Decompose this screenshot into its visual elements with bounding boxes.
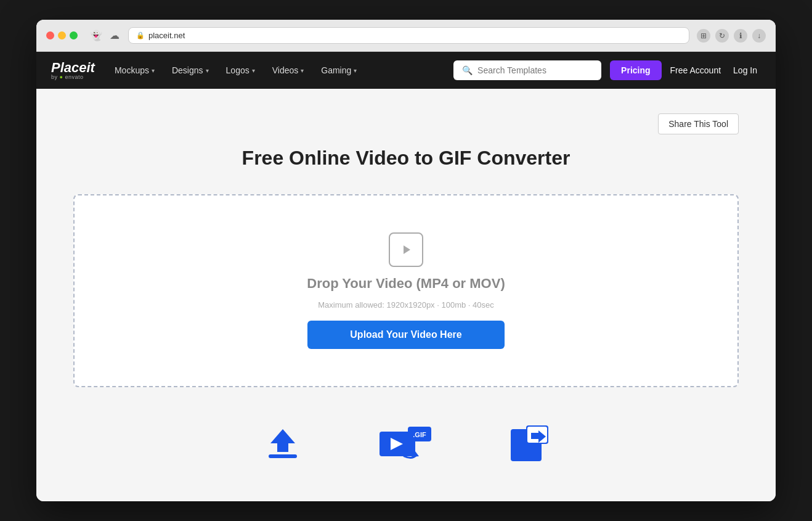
share-this-tool-button[interactable]: Share This Tool [658,113,739,134]
close-button[interactable] [46,31,54,39]
chevron-down-icon: ▾ [354,67,357,74]
refresh-icon[interactable]: ↻ [715,29,729,43]
ghost-icon: 👻 [90,30,102,42]
logo-text: Placeit [51,61,95,75]
download-icon[interactable]: ↓ [752,29,766,43]
browser-icons-right: ⊞ ↻ ℹ ↓ [697,29,766,43]
url-text: placeit.net [148,31,185,40]
max-allowed-text: Maximum allowed: 1920x1920px · 100mb · 4… [318,300,493,310]
video-play-icon [389,232,423,267]
free-account-button[interactable]: Free Account [664,65,728,75]
upload-zone[interactable]: Drop Your Video (MP4 or MOV) Maximum all… [73,194,739,387]
pricing-button[interactable]: Pricing [610,60,661,80]
browser-window: 👻 ☁ 🔒 placeit.net ⊞ ↻ ℹ ↓ Placeit by ● e… [36,20,776,501]
nav-mockups[interactable]: Mockups ▾ [107,52,162,89]
share-icon-item [508,424,551,464]
nav-videos[interactable]: Videos ▾ [265,52,312,89]
convert-icon: .GIF [378,424,434,464]
search-bar[interactable]: 🔍 [453,60,601,80]
drop-text: Drop Your Video (MP4 or MOV) [307,276,505,292]
lock-icon: 🔒 [136,31,145,39]
info-icon[interactable]: ℹ [734,29,747,43]
browser-icons-left: 👻 ☁ [90,30,121,42]
svg-text:.GIF: .GIF [413,431,426,438]
minimize-button[interactable] [58,31,66,39]
nav-designs[interactable]: Designs ▾ [164,52,216,89]
convert-icon-item: .GIF [378,424,434,464]
share-icon [508,424,551,464]
chevron-down-icon: ▾ [152,67,155,74]
svg-rect-2 [269,454,297,458]
address-bar[interactable]: 🔒 placeit.net [128,27,689,44]
chevron-down-icon: ▾ [252,67,255,74]
chevron-down-icon: ▾ [206,67,209,74]
search-input[interactable] [477,65,593,75]
bottom-icons: .GIF [73,424,739,464]
traffic-lights [46,31,78,39]
search-icon: 🔍 [462,65,473,75]
upload-video-button[interactable]: Upload Your Video Here [307,321,505,349]
svg-marker-0 [404,245,410,254]
translate-icon[interactable]: ⊞ [697,29,710,43]
navbar: Placeit by ● envato Mockups ▾ Designs ▾ … [36,52,776,89]
maximize-button[interactable] [70,31,78,39]
upload-icon [261,426,304,463]
main-content: Share This Tool Free Online Video to GIF… [36,89,776,501]
svg-marker-1 [270,429,295,452]
share-btn-row: Share This Tool [73,113,739,134]
logo-sub: by ● envato [51,75,95,80]
cloud-icon: ☁ [108,30,121,42]
nav-logos[interactable]: Logos ▾ [219,52,262,89]
browser-chrome: 👻 ☁ 🔒 placeit.net ⊞ ↻ ℹ ↓ [36,20,776,52]
nav-gaming[interactable]: Gaming ▾ [314,52,364,89]
upload-icon-item [261,424,304,464]
login-button[interactable]: Log In [729,65,761,75]
logo[interactable]: Placeit by ● envato [51,61,95,80]
page-title: Free Online Video to GIF Converter [73,147,739,170]
chevron-down-icon: ▾ [301,67,304,74]
